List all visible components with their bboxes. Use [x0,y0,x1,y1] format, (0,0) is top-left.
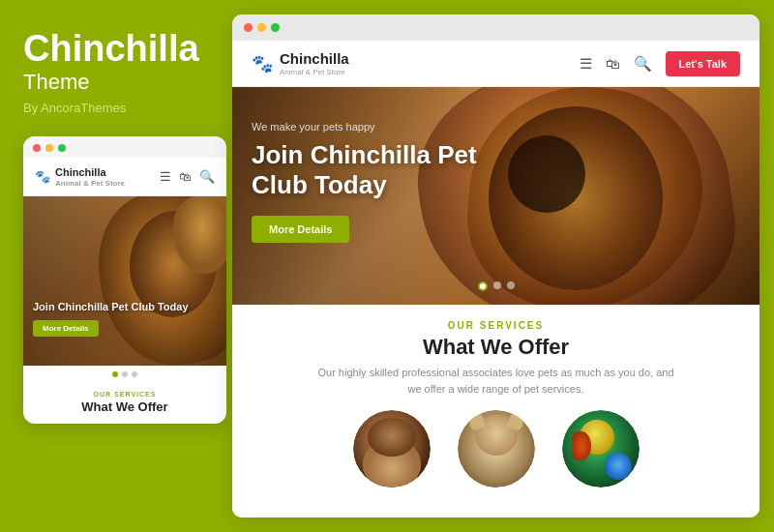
menu-icon[interactable]: ☰ [160,169,171,184]
mobile-dots-bar [23,136,226,158]
desktop-preview: 🐾 Chinchilla Animal & Pet Store ☰ 🛍 🔍 Le… [232,15,759,517]
paw-icon: 🐾 [35,169,50,184]
services-cards [252,410,740,488]
hero-dot-2[interactable] [493,281,501,289]
desktop-nav: 🐾 Chinchilla Animal & Pet Store ☰ 🛍 🔍 Le… [232,41,759,87]
desktop-hero: We make your pets happy Join Chinchilla … [232,87,759,305]
desktop-paw-icon: 🐾 [252,53,273,74]
hero-dot-1[interactable] [478,281,488,291]
hero-more-details-btn[interactable]: More Details [252,216,349,243]
desktop-menu-icon[interactable]: ☰ [580,55,592,73]
bag-icon[interactable]: 🛍 [179,169,192,184]
dot-red [33,144,41,152]
desktop-bag-icon[interactable]: 🛍 [606,55,620,72]
parrot-image [562,410,640,488]
mobile-nav: 🐾 Chinchilla Animal & Pet Store ☰ 🛍 🔍 [23,158,226,196]
desktop-dot-red [244,23,253,32]
desktop-nav-icons: ☰ 🛍 🔍 Let's Talk [580,51,740,76]
desktop-search-icon[interactable]: 🔍 [634,55,652,73]
mobile-preview: 🐾 Chinchilla Animal & Pet Store ☰ 🛍 🔍 [23,136,226,424]
mobile-services: OUR SERVICES What We Offer [23,383,226,424]
desktop-brand: 🐾 Chinchilla Animal & Pet Store [252,50,349,76]
desktop-dot-green [271,23,280,32]
hero-slider-dots [478,281,515,291]
service-card-dog [348,410,435,488]
left-sidebar: Chinchilla Theme By AncoraThemes 🐾 Chinc… [0,0,232,532]
dog-image [353,410,431,488]
lets-talk-button[interactable]: Let's Talk [666,51,740,76]
dot-yellow [45,144,53,152]
dot-green [58,144,66,152]
search-icon[interactable]: 🔍 [199,169,215,184]
mobile-slider-dots [23,366,226,383]
slider-dot-2[interactable] [122,371,128,377]
desktop-dot-yellow [257,23,266,32]
cat-image [458,410,535,488]
service-card-parrot [557,410,644,488]
slider-dot-3[interactable] [132,371,137,377]
mobile-hero-content: Join Chinchilla Pet Club Today More Deta… [33,300,189,337]
mobile-nav-icons: ☰ 🛍 🔍 [160,169,215,184]
desktop-dots-bar [232,15,759,41]
service-card-cat [453,410,540,488]
desktop-services: OUR SERVICES What We Offer Our highly sk… [232,305,759,517]
brand-title: Chinchilla Theme By AncoraThemes [23,29,209,136]
mobile-brand: 🐾 Chinchilla Animal & Pet Store [35,165,125,188]
hero-content: We make your pets happy Join Chinchilla … [252,121,484,243]
mobile-hero: Join Chinchilla Pet Club Today More Deta… [23,196,226,366]
hero-dot-3[interactable] [507,281,515,289]
slider-dot-1[interactable] [112,371,118,377]
